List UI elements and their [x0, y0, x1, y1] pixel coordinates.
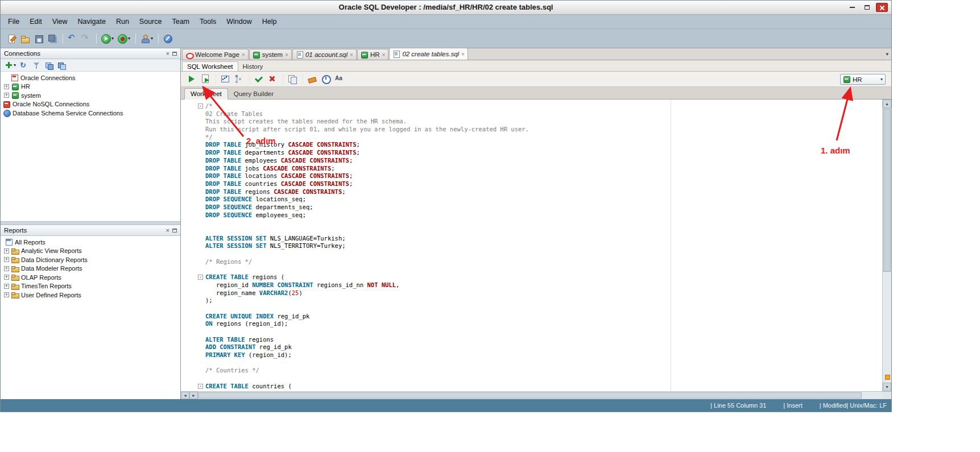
code-line[interactable]: DROP SEQUENCE locations_seq; — [181, 196, 882, 204]
code-line[interactable] — [181, 266, 882, 273]
chevron-down-icon[interactable]: ▾ — [880, 77, 883, 82]
code-line[interactable]: DROP TABLE employees CASCADE CONSTRAINTS… — [181, 157, 882, 165]
code-line[interactable]: DROP SEQUENCE employees_seq; — [181, 212, 882, 219]
menu-view[interactable]: View — [47, 16, 73, 27]
code-line[interactable]: DROP SEQUENCE departments_seq; — [181, 204, 882, 212]
expand-icon[interactable]: + — [4, 93, 9, 98]
tab-welcome-page[interactable]: Welcome Page× — [182, 49, 249, 60]
history-icon[interactable] — [320, 73, 332, 85]
new-file-icon[interactable] — [5, 33, 18, 44]
close-icon[interactable]: × — [382, 52, 386, 58]
expand-icon[interactable]: + — [4, 266, 9, 271]
scroll-right-icon[interactable]: ► — [189, 392, 198, 399]
code-line[interactable]: CREATE UNIQUE INDEX reg_id_pk — [181, 313, 882, 321]
autotrace-icon[interactable] — [219, 73, 231, 85]
float-panel-icon[interactable] — [172, 229, 177, 233]
commit-icon[interactable] — [253, 73, 265, 85]
chevron-down-icon[interactable]: ▾ — [14, 63, 16, 68]
menu-window[interactable]: Window — [221, 16, 257, 27]
tab-system[interactable]: system× — [249, 49, 292, 60]
tab-worksheet[interactable]: Worksheet — [184, 88, 228, 99]
code-line[interactable] — [181, 250, 882, 258]
user-icon[interactable]: ▾ — [139, 33, 154, 44]
code-line[interactable]: ON regions (region_id); — [181, 320, 882, 328]
case-toggle-icon[interactable] — [333, 73, 346, 85]
code-line[interactable]: PRIMARY KEY (region_id); — [181, 351, 882, 359]
menu-team[interactable]: Team — [167, 16, 195, 27]
expand-icon[interactable]: + — [4, 284, 9, 289]
tree-item-system[interactable]: +system — [1, 91, 180, 100]
explain-plan-icon[interactable] — [233, 73, 245, 85]
menu-navigate[interactable]: Navigate — [73, 16, 111, 27]
menu-file[interactable]: File — [3, 16, 24, 27]
code-line[interactable]: region_id NUMBER CONSTRAINT regions_id_n… — [181, 281, 882, 289]
code-line[interactable] — [181, 375, 882, 383]
fold-icon[interactable]: - — [198, 103, 203, 109]
compass-icon[interactable] — [162, 33, 174, 44]
float-panel-icon[interactable] — [172, 52, 177, 56]
refresh-icon[interactable] — [18, 60, 30, 71]
expand-icon[interactable]: + — [4, 84, 9, 89]
vscroll-thumb[interactable] — [883, 109, 891, 272]
code-line[interactable] — [181, 227, 882, 235]
code-line[interactable]: 02 Create Tables — [181, 110, 882, 118]
tab-list-icon[interactable]: ▾ — [886, 51, 888, 57]
run-icon[interactable]: ▾ — [100, 33, 115, 44]
minimize-button[interactable] — [846, 3, 858, 12]
run-statement-icon[interactable] — [185, 73, 198, 85]
code-line[interactable]: DROP TABLE countries CASCADE CONSTRAINTS… — [181, 180, 882, 188]
code-line[interactable]: ALTER SESSION SET NLS_LANGUAGE=Turkish; — [181, 235, 882, 243]
add-connection-icon[interactable]: ▾ — [3, 60, 17, 71]
code-line[interactable]: /* Countries */ — [181, 367, 882, 375]
code-line[interactable] — [181, 219, 882, 227]
tab-query-builder[interactable]: Query Builder — [228, 89, 279, 99]
fold-icon[interactable]: - — [198, 275, 203, 280]
chevron-down-icon[interactable]: ▾ — [151, 36, 153, 41]
clear-icon[interactable] — [306, 73, 319, 85]
save-icon[interactable] — [32, 33, 45, 44]
vertical-scrollbar[interactable]: ▲ ▼ — [882, 99, 891, 391]
connection-import-icon[interactable] — [43, 60, 55, 71]
tab-02-create-tables-sql[interactable]: 02 create tables.sql× — [389, 48, 468, 60]
menu-edit[interactable]: Edit — [24, 16, 47, 27]
code-line[interactable]: DROP TABLE departments CASCADE CONSTRAIN… — [181, 149, 882, 157]
tree-item-data-modeler-reports[interactable]: +Data Modeler Reports — [1, 264, 180, 273]
scroll-left-icon[interactable]: ◄ — [181, 392, 189, 399]
code-line[interactable]: This script creates the tables needed fo… — [181, 118, 882, 126]
run-script-icon[interactable] — [199, 73, 212, 85]
unshared-worksheet-icon[interactable] — [286, 73, 299, 85]
hscroll-thumb[interactable] — [198, 392, 862, 399]
maximize-button[interactable] — [861, 3, 873, 12]
menu-tools[interactable]: Tools — [195, 16, 221, 27]
menu-run[interactable]: Run — [111, 16, 134, 27]
tab-hr[interactable]: HR× — [357, 49, 388, 60]
tree-item-all-reports[interactable]: All Reports — [1, 238, 180, 247]
code-line[interactable] — [181, 305, 882, 313]
tree-item-user-defined-reports[interactable]: +User Defined Reports — [1, 291, 180, 300]
code-line[interactable]: /* Regions */ — [181, 258, 882, 266]
undo-icon[interactable] — [66, 33, 78, 44]
save-all-icon[interactable] — [46, 33, 59, 44]
tab-sql-worksheet[interactable]: SQL Worksheet — [182, 61, 238, 71]
code-line[interactable]: -/* — [181, 102, 882, 110]
expand-icon[interactable]: + — [4, 257, 9, 262]
code-line[interactable]: ALTER TABLE regions — [181, 336, 882, 344]
close-panel-icon[interactable]: × — [166, 227, 169, 234]
scroll-up-icon[interactable]: ▲ — [883, 99, 891, 108]
close-icon[interactable]: × — [461, 51, 465, 57]
open-folder-icon[interactable] — [19, 33, 31, 44]
code-line[interactable]: -CREATE TABLE countries ( — [181, 383, 882, 391]
expand-icon[interactable]: + — [4, 275, 9, 280]
debug-icon[interactable]: ▾ — [116, 33, 131, 44]
code-line[interactable]: DROP TABLE jobs CASCADE CONSTRAINTS; — [181, 165, 882, 173]
close-icon[interactable]: × — [242, 52, 245, 58]
tab-history[interactable]: History — [238, 62, 268, 71]
tree-item-hr[interactable]: +HR — [1, 82, 180, 92]
code-line[interactable]: DROP TABLE regions CASCADE CONSTRAINTS; — [181, 188, 882, 196]
tree-item-oracle-nosql-connections[interactable]: Oracle NoSQL Connections — [1, 100, 180, 109]
redo-icon[interactable] — [80, 33, 92, 44]
horizontal-scrollbar[interactable]: ◄ ► — [181, 391, 891, 399]
code-line[interactable]: ADD CONSTRAINT reg_id_pk — [181, 343, 882, 351]
connection-selector[interactable]: HR ▾ — [840, 74, 886, 85]
connection-export-icon[interactable] — [56, 60, 67, 71]
